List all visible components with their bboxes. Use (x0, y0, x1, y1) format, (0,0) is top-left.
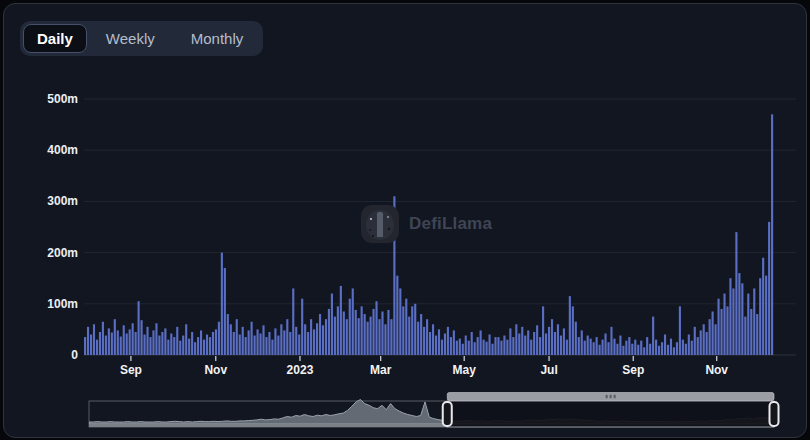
chart-card: Daily Weekly Monthly 0100m200m300m400m50… (3, 3, 807, 438)
datazoom-navigator[interactable] (4, 4, 807, 438)
scrollbar-grip-dots (606, 395, 608, 398)
minimap-baseline (89, 424, 447, 427)
datazoom-left-handle[interactable] (443, 402, 452, 426)
scrollbar-grip-dots (614, 395, 616, 398)
scrollbar-grip-dots (610, 395, 612, 398)
datazoom-selected-window[interactable] (447, 401, 774, 427)
datazoom-right-handle[interactable] (770, 402, 779, 426)
